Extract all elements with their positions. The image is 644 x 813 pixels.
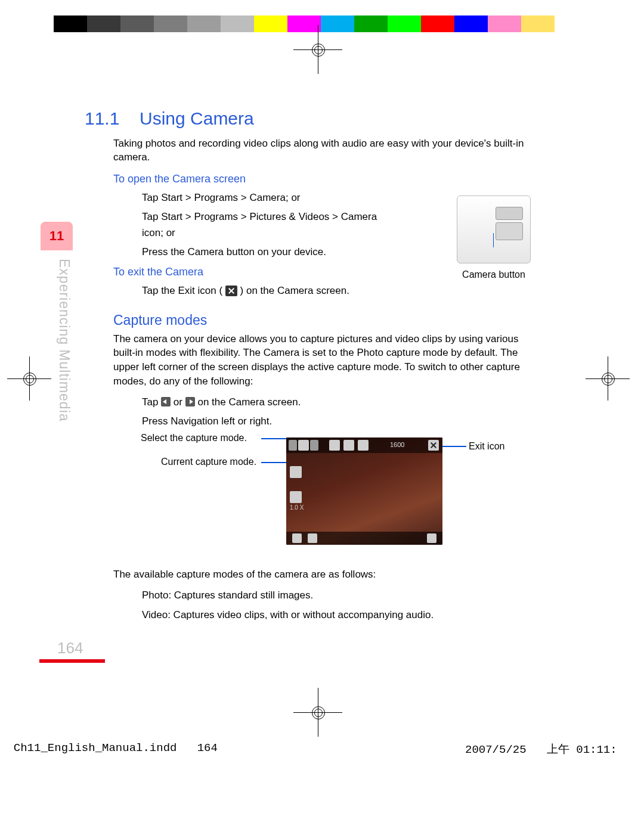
camera-button-caption: Camera button — [457, 269, 531, 280]
hud-icon — [329, 440, 340, 451]
slug-file: Ch11_English_Manual.indd 164 — [14, 741, 218, 755]
capture-mode-icon — [298, 440, 309, 451]
device-illustration — [457, 196, 531, 263]
toolbar-icon — [427, 533, 436, 543]
device-button-icon — [496, 222, 523, 240]
chapter-side-label: Experiencing Multimedia — [56, 259, 72, 422]
camera-screen-diagram: Select the capture mode. Current capture… — [113, 433, 526, 552]
toolbar-icon — [308, 533, 317, 543]
chapter-number-tab: 11 — [41, 222, 73, 250]
left-arrow-icon — [161, 397, 171, 406]
registration-mark-icon — [308, 702, 328, 722]
exit-camera-line: Tap the Exit icon ( ) on the Camera scre… — [142, 283, 526, 299]
toolbar-icon — [292, 533, 302, 543]
mode-next-icon — [310, 440, 318, 451]
label-select-capture-mode: Select the capture mode. — [141, 433, 247, 443]
intro-paragraph: Taking photos and recording video clips … — [113, 137, 526, 165]
registration-mark-icon — [308, 39, 328, 60]
capture-switch-step-2: Press Navigation left or right. — [142, 414, 526, 429]
open-camera-step-3: Press the Camera button on your device. — [142, 244, 392, 260]
subheading-capture-modes: Capture modes — [113, 312, 526, 328]
capture-mode-photo: Photo: Captures standard still images. — [142, 588, 526, 603]
label-current-capture-mode: Current capture mode. — [161, 457, 256, 467]
camera-screen-illustration: 1600 1.0 X — [286, 437, 442, 545]
flash-icon — [290, 466, 302, 478]
capture-modes-body: The camera on your device allows you to … — [113, 332, 526, 389]
registration-mark-icon — [597, 368, 618, 389]
slug-date: 2007/5/25 上午 01:11: — [465, 741, 617, 757]
hud-icon — [343, 440, 354, 451]
exit-icon — [428, 440, 439, 451]
section-number: 11.1 — [85, 108, 140, 129]
right-arrow-icon — [185, 397, 195, 406]
capture-mode-video: Video: Captures video clips, with or wit… — [142, 607, 526, 623]
section-heading: 11.1Using Camera — [85, 108, 526, 129]
open-camera-step-1: Tap Start > Programs > Camera; or — [142, 190, 392, 206]
registration-mark-icon — [19, 368, 39, 389]
camera-button-icon — [496, 207, 523, 220]
page-number-accent — [39, 659, 105, 663]
page-number: 164 — [57, 639, 83, 657]
page-content: 11.1Using Camera Taking photos and recor… — [85, 108, 526, 626]
mode-prev-icon — [289, 440, 297, 451]
capture-modes-lead: The available capture modes of the camer… — [113, 567, 526, 582]
capture-switch-step-1: Tap or on the Camera screen. — [142, 395, 526, 410]
open-camera-step-2: Tap Start > Programs > Pictures & Videos… — [142, 209, 392, 241]
subheading-open-camera: To open the Camera screen — [113, 173, 526, 185]
callout-line — [493, 233, 494, 247]
camera-button-figure: Camera button — [457, 196, 531, 280]
section-title: Using Camera — [140, 108, 254, 128]
label-exit-icon: Exit icon — [469, 441, 504, 452]
hud-icon — [358, 440, 369, 451]
zoom-icon — [290, 491, 302, 503]
zoom-level-text: 1.0 X — [290, 504, 304, 511]
hud-resolution-text: 1600 — [390, 441, 404, 448]
exit-icon — [225, 286, 237, 296]
print-color-bar — [54, 15, 588, 32]
print-slug-line: Ch11_English_Manual.indd 1642007/5/25 上午… — [0, 728, 218, 755]
